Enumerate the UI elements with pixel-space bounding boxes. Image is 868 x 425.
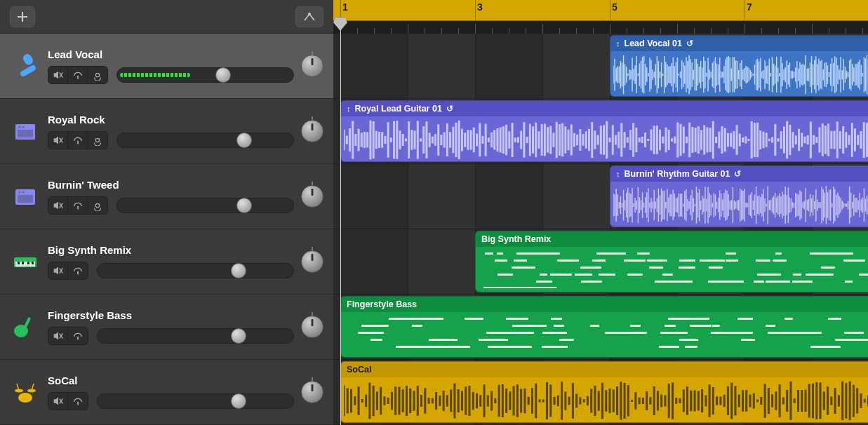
volume-thumb[interactable] [215, 67, 231, 83]
region[interactable]: Big Synth Remix [475, 231, 868, 292]
level-meter [120, 73, 190, 77]
volume-slider[interactable] [116, 198, 294, 213]
track-list-panel: Lead VocalRoyal RockBurnin' TweedBig Syn… [0, 0, 333, 425]
track-row[interactable]: Burnin' Tweed [0, 164, 333, 229]
loop-icon: ↺ [686, 39, 693, 48]
pan-knob[interactable] [301, 381, 323, 403]
ruler-bar-number: 5 [612, 1, 617, 13]
solo-button[interactable] [68, 132, 88, 149]
track-name-label: Royal Rock [48, 114, 294, 126]
mute-button[interactable] [48, 67, 68, 83]
ruler-major-line [340, 0, 341, 20]
mute-button[interactable] [48, 328, 68, 344]
svg-point-18 [22, 191, 25, 194]
svg-rect-16 [18, 195, 33, 203]
region-header[interactable]: ↕Lead Vocal 01↺ [610, 36, 868, 51]
solo-button[interactable] [68, 67, 88, 83]
track-name-label: Fingerstyle Bass [48, 309, 294, 321]
region-header[interactable]: ↕Royal Lead Guitar 01↺ [341, 101, 868, 116]
svg-point-9 [19, 126, 21, 128]
automation-icon [303, 12, 316, 22]
track-button-group [48, 196, 108, 215]
track-name-label: Lead Vocal [48, 48, 294, 60]
pan-knob[interactable] [301, 55, 323, 77]
input-button[interactable] [88, 67, 107, 83]
svg-point-37 [18, 393, 32, 403]
mute-button[interactable] [48, 132, 68, 149]
volume-thumb[interactable] [231, 328, 246, 344]
volume-slider[interactable] [97, 328, 294, 344]
mute-button[interactable] [48, 262, 68, 279]
track-row[interactable]: SoCal [0, 360, 333, 425]
solo-button[interactable] [68, 197, 88, 214]
ruler-bar-number: 1 [342, 1, 348, 13]
ruler-bar-number: 7 [747, 1, 752, 13]
region-name-label: SoCal [347, 365, 371, 375]
region-pitch-icon: ↕ [347, 104, 351, 113]
solo-button[interactable] [68, 393, 88, 410]
region-header[interactable]: ↕Burnin' Rhythm Guitar 01↺ [610, 166, 868, 182]
track-row[interactable]: Fingerstyle Bass [0, 295, 333, 360]
region-name-label: Burnin' Rhythm Guitar 01 [625, 169, 730, 179]
tracks-region-area[interactable]: ↕Lead Vocal 01↺↕Royal Lead Guitar 01↺↕Bu… [333, 34, 868, 425]
svg-rect-5 [77, 75, 79, 79]
loop-icon: ↺ [734, 169, 741, 179]
solo-button[interactable] [68, 262, 88, 279]
solo-button[interactable] [68, 328, 88, 344]
svg-rect-21 [77, 205, 79, 209]
region-name-label: Royal Lead Guitar 01 [355, 104, 442, 114]
track-button-group [48, 392, 88, 410]
track-button-group [48, 131, 108, 149]
ruler-bar-number: 3 [477, 1, 483, 13]
pan-knob[interactable] [301, 316, 323, 338]
svg-rect-36 [77, 336, 79, 339]
pan-knob[interactable] [301, 185, 323, 208]
svg-rect-2 [22, 53, 34, 67]
svg-point-6 [95, 73, 99, 76]
track-button-group [48, 66, 108, 84]
region[interactable]: ↕Burnin' Rhythm Guitar 01↺ [610, 166, 868, 227]
region-header[interactable]: SoCal [341, 362, 868, 377]
region-header[interactable]: Fingerstyle Bass [341, 297, 868, 312]
region[interactable]: ↕Lead Vocal 01↺ [610, 35, 868, 97]
track-row[interactable]: Lead Vocal [0, 34, 333, 99]
pan-knob[interactable] [301, 120, 323, 142]
ruler-major-line [475, 0, 476, 20]
track-list-header [0, 0, 333, 34]
volume-thumb[interactable] [231, 263, 246, 278]
region[interactable]: Fingerstyle Bass [340, 296, 868, 358]
automation-toggle-button[interactable] [295, 6, 323, 27]
mute-button[interactable] [48, 197, 68, 214]
region-content [341, 116, 868, 161]
region-content [341, 312, 868, 357]
volume-slider[interactable] [97, 263, 294, 278]
svg-rect-31 [77, 271, 79, 274]
volume-thumb[interactable] [236, 198, 252, 213]
track-row[interactable]: Big Synth Remix [0, 229, 333, 295]
volume-slider[interactable] [97, 393, 294, 409]
ruler[interactable]: 1357 [333, 0, 868, 34]
svg-rect-13 [77, 140, 79, 144]
pan-knob[interactable] [301, 250, 323, 273]
svg-point-14 [95, 138, 99, 142]
track-name-label: Burnin' Tweed [48, 179, 294, 191]
region-header[interactable]: Big Synth Remix [476, 231, 868, 247]
volume-thumb[interactable] [236, 133, 252, 148]
mute-button[interactable] [48, 393, 68, 410]
track-instrument-icon [10, 181, 41, 212]
add-track-button[interactable] [10, 6, 35, 27]
mic-icon [11, 52, 39, 80]
svg-point-0 [308, 13, 311, 15]
region-content [610, 51, 868, 96]
region[interactable]: ↕Royal Lead Guitar 01↺ [340, 100, 868, 162]
input-button[interactable] [88, 197, 107, 214]
volume-slider[interactable] [116, 133, 294, 148]
volume-slider[interactable] [116, 67, 294, 83]
input-button[interactable] [88, 132, 107, 149]
svg-rect-1 [20, 64, 37, 77]
volume-thumb[interactable] [231, 393, 246, 409]
region[interactable]: SoCal [340, 361, 868, 423]
track-row[interactable]: Royal Rock [0, 99, 333, 164]
plus-icon [18, 12, 27, 22]
svg-point-17 [19, 191, 21, 194]
